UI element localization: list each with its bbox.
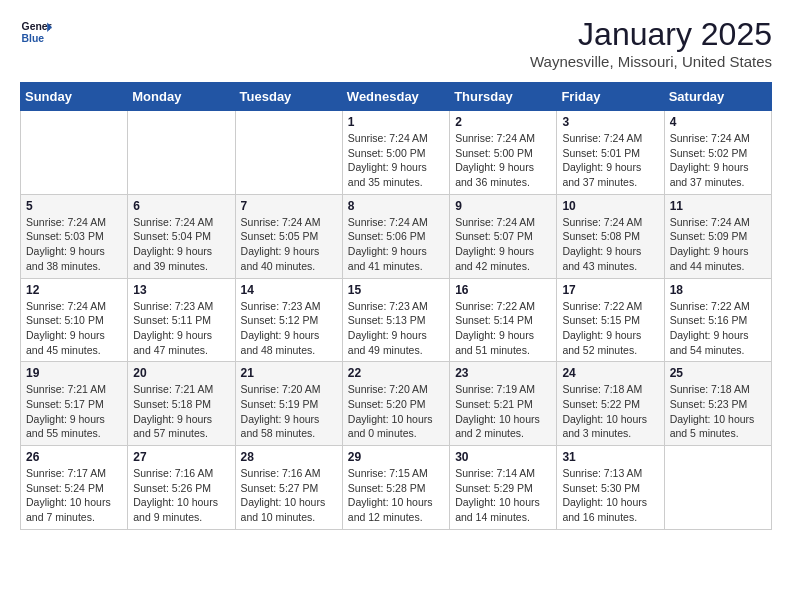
- calendar-cell: 27Sunrise: 7:16 AM Sunset: 5:26 PM Dayli…: [128, 446, 235, 530]
- logo-icon: General Blue: [20, 16, 52, 48]
- calendar-cell: 25Sunrise: 7:18 AM Sunset: 5:23 PM Dayli…: [664, 362, 771, 446]
- day-info: Sunrise: 7:21 AM Sunset: 5:17 PM Dayligh…: [26, 382, 122, 441]
- logo: General Blue: [20, 16, 52, 48]
- day-info: Sunrise: 7:23 AM Sunset: 5:13 PM Dayligh…: [348, 299, 444, 358]
- day-number: 5: [26, 199, 122, 213]
- day-info: Sunrise: 7:17 AM Sunset: 5:24 PM Dayligh…: [26, 466, 122, 525]
- day-info: Sunrise: 7:24 AM Sunset: 5:04 PM Dayligh…: [133, 215, 229, 274]
- weekday-header-wednesday: Wednesday: [342, 83, 449, 111]
- day-number: 12: [26, 283, 122, 297]
- day-number: 26: [26, 450, 122, 464]
- day-info: Sunrise: 7:18 AM Sunset: 5:22 PM Dayligh…: [562, 382, 658, 441]
- calendar-cell: 14Sunrise: 7:23 AM Sunset: 5:12 PM Dayli…: [235, 278, 342, 362]
- weekday-header-saturday: Saturday: [664, 83, 771, 111]
- calendar-cell: 20Sunrise: 7:21 AM Sunset: 5:18 PM Dayli…: [128, 362, 235, 446]
- day-info: Sunrise: 7:22 AM Sunset: 5:14 PM Dayligh…: [455, 299, 551, 358]
- calendar-cell: 8Sunrise: 7:24 AM Sunset: 5:06 PM Daylig…: [342, 194, 449, 278]
- day-number: 18: [670, 283, 766, 297]
- day-number: 23: [455, 366, 551, 380]
- day-info: Sunrise: 7:24 AM Sunset: 5:03 PM Dayligh…: [26, 215, 122, 274]
- calendar-cell: [128, 111, 235, 195]
- calendar-week-row: 5Sunrise: 7:24 AM Sunset: 5:03 PM Daylig…: [21, 194, 772, 278]
- main-title: January 2025: [530, 16, 772, 53]
- day-number: 30: [455, 450, 551, 464]
- day-info: Sunrise: 7:24 AM Sunset: 5:09 PM Dayligh…: [670, 215, 766, 274]
- day-number: 2: [455, 115, 551, 129]
- day-info: Sunrise: 7:24 AM Sunset: 5:01 PM Dayligh…: [562, 131, 658, 190]
- calendar-cell: 12Sunrise: 7:24 AM Sunset: 5:10 PM Dayli…: [21, 278, 128, 362]
- day-info: Sunrise: 7:16 AM Sunset: 5:27 PM Dayligh…: [241, 466, 337, 525]
- day-number: 1: [348, 115, 444, 129]
- calendar-cell: [21, 111, 128, 195]
- weekday-header-sunday: Sunday: [21, 83, 128, 111]
- calendar-cell: 10Sunrise: 7:24 AM Sunset: 5:08 PM Dayli…: [557, 194, 664, 278]
- calendar-week-row: 26Sunrise: 7:17 AM Sunset: 5:24 PM Dayli…: [21, 446, 772, 530]
- calendar-cell: 7Sunrise: 7:24 AM Sunset: 5:05 PM Daylig…: [235, 194, 342, 278]
- calendar-cell: 24Sunrise: 7:18 AM Sunset: 5:22 PM Dayli…: [557, 362, 664, 446]
- calendar-cell: 30Sunrise: 7:14 AM Sunset: 5:29 PM Dayli…: [450, 446, 557, 530]
- day-number: 11: [670, 199, 766, 213]
- day-number: 14: [241, 283, 337, 297]
- calendar-cell: 2Sunrise: 7:24 AM Sunset: 5:00 PM Daylig…: [450, 111, 557, 195]
- subtitle: Waynesville, Missouri, United States: [530, 53, 772, 70]
- day-info: Sunrise: 7:24 AM Sunset: 5:08 PM Dayligh…: [562, 215, 658, 274]
- calendar-cell: 4Sunrise: 7:24 AM Sunset: 5:02 PM Daylig…: [664, 111, 771, 195]
- calendar-cell: 6Sunrise: 7:24 AM Sunset: 5:04 PM Daylig…: [128, 194, 235, 278]
- calendar-cell: 18Sunrise: 7:22 AM Sunset: 5:16 PM Dayli…: [664, 278, 771, 362]
- day-number: 21: [241, 366, 337, 380]
- day-number: 7: [241, 199, 337, 213]
- calendar-cell: 26Sunrise: 7:17 AM Sunset: 5:24 PM Dayli…: [21, 446, 128, 530]
- day-number: 6: [133, 199, 229, 213]
- calendar-cell: 31Sunrise: 7:13 AM Sunset: 5:30 PM Dayli…: [557, 446, 664, 530]
- weekday-header-monday: Monday: [128, 83, 235, 111]
- calendar-cell: 29Sunrise: 7:15 AM Sunset: 5:28 PM Dayli…: [342, 446, 449, 530]
- day-info: Sunrise: 7:24 AM Sunset: 5:02 PM Dayligh…: [670, 131, 766, 190]
- calendar-table: SundayMondayTuesdayWednesdayThursdayFrid…: [20, 82, 772, 530]
- day-number: 24: [562, 366, 658, 380]
- day-info: Sunrise: 7:24 AM Sunset: 5:07 PM Dayligh…: [455, 215, 551, 274]
- day-number: 17: [562, 283, 658, 297]
- day-number: 4: [670, 115, 766, 129]
- calendar-cell: 13Sunrise: 7:23 AM Sunset: 5:11 PM Dayli…: [128, 278, 235, 362]
- day-number: 3: [562, 115, 658, 129]
- day-number: 9: [455, 199, 551, 213]
- day-info: Sunrise: 7:20 AM Sunset: 5:20 PM Dayligh…: [348, 382, 444, 441]
- calendar-cell: [235, 111, 342, 195]
- day-info: Sunrise: 7:22 AM Sunset: 5:16 PM Dayligh…: [670, 299, 766, 358]
- calendar-cell: 9Sunrise: 7:24 AM Sunset: 5:07 PM Daylig…: [450, 194, 557, 278]
- day-info: Sunrise: 7:20 AM Sunset: 5:19 PM Dayligh…: [241, 382, 337, 441]
- day-info: Sunrise: 7:16 AM Sunset: 5:26 PM Dayligh…: [133, 466, 229, 525]
- day-number: 25: [670, 366, 766, 380]
- calendar-cell: [664, 446, 771, 530]
- day-number: 19: [26, 366, 122, 380]
- calendar-cell: 23Sunrise: 7:19 AM Sunset: 5:21 PM Dayli…: [450, 362, 557, 446]
- day-info: Sunrise: 7:24 AM Sunset: 5:00 PM Dayligh…: [455, 131, 551, 190]
- day-number: 15: [348, 283, 444, 297]
- calendar-body: 1Sunrise: 7:24 AM Sunset: 5:00 PM Daylig…: [21, 111, 772, 530]
- day-info: Sunrise: 7:18 AM Sunset: 5:23 PM Dayligh…: [670, 382, 766, 441]
- weekday-header-row: SundayMondayTuesdayWednesdayThursdayFrid…: [21, 83, 772, 111]
- day-number: 31: [562, 450, 658, 464]
- svg-text:Blue: Blue: [22, 33, 45, 44]
- day-number: 29: [348, 450, 444, 464]
- day-number: 13: [133, 283, 229, 297]
- day-number: 8: [348, 199, 444, 213]
- day-info: Sunrise: 7:24 AM Sunset: 5:05 PM Dayligh…: [241, 215, 337, 274]
- calendar-header: SundayMondayTuesdayWednesdayThursdayFrid…: [21, 83, 772, 111]
- day-info: Sunrise: 7:23 AM Sunset: 5:12 PM Dayligh…: [241, 299, 337, 358]
- calendar-cell: 11Sunrise: 7:24 AM Sunset: 5:09 PM Dayli…: [664, 194, 771, 278]
- title-section: January 2025 Waynesville, Missouri, Unit…: [530, 16, 772, 70]
- day-number: 22: [348, 366, 444, 380]
- day-info: Sunrise: 7:14 AM Sunset: 5:29 PM Dayligh…: [455, 466, 551, 525]
- day-info: Sunrise: 7:19 AM Sunset: 5:21 PM Dayligh…: [455, 382, 551, 441]
- calendar-cell: 28Sunrise: 7:16 AM Sunset: 5:27 PM Dayli…: [235, 446, 342, 530]
- day-info: Sunrise: 7:24 AM Sunset: 5:10 PM Dayligh…: [26, 299, 122, 358]
- header: General Blue January 2025 Waynesville, M…: [20, 16, 772, 70]
- calendar-week-row: 19Sunrise: 7:21 AM Sunset: 5:17 PM Dayli…: [21, 362, 772, 446]
- calendar-cell: 15Sunrise: 7:23 AM Sunset: 5:13 PM Dayli…: [342, 278, 449, 362]
- weekday-header-tuesday: Tuesday: [235, 83, 342, 111]
- day-info: Sunrise: 7:24 AM Sunset: 5:00 PM Dayligh…: [348, 131, 444, 190]
- day-info: Sunrise: 7:22 AM Sunset: 5:15 PM Dayligh…: [562, 299, 658, 358]
- calendar-cell: 22Sunrise: 7:20 AM Sunset: 5:20 PM Dayli…: [342, 362, 449, 446]
- calendar-cell: 5Sunrise: 7:24 AM Sunset: 5:03 PM Daylig…: [21, 194, 128, 278]
